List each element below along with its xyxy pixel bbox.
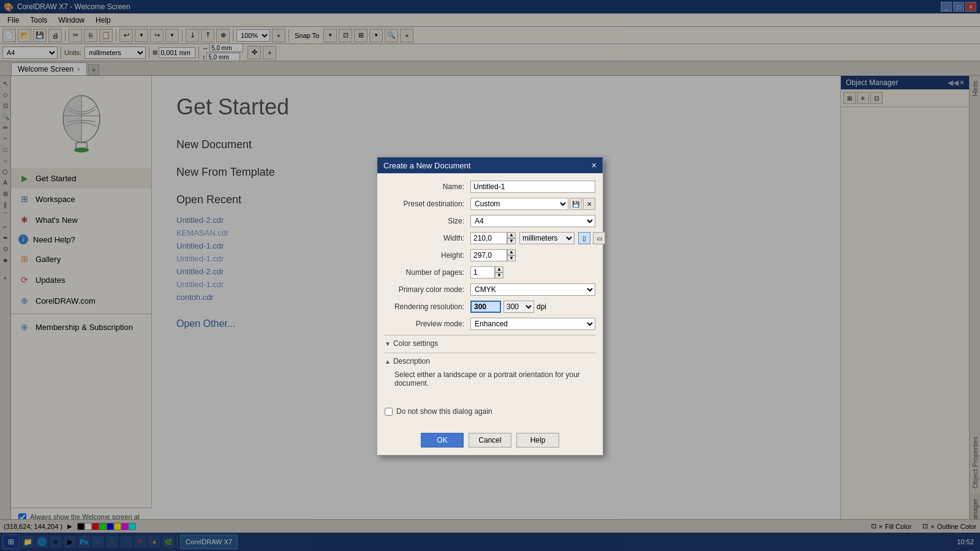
- preview-mode-select[interactable]: Enhanced Normal Draft Wireframe: [470, 318, 595, 330]
- dialog-body: Name: Untitled-1 Preset destination: Cus…: [377, 173, 603, 428]
- preset-save-btn[interactable]: 💾: [570, 198, 582, 210]
- dont-show-checkbox[interactable]: [385, 408, 393, 416]
- dont-show-label: Do not show this dialog again: [396, 407, 492, 416]
- units-select-dialog[interactable]: millimeters inches pixels: [519, 232, 575, 244]
- preset-delete-btn[interactable]: ✕: [583, 198, 595, 210]
- name-control: Untitled-1: [470, 181, 595, 193]
- height-up-btn[interactable]: ▲: [507, 249, 516, 255]
- render-res-label: Rendering resolution:: [385, 302, 470, 311]
- size-row: Size: A4 A3 Letter Custom: [385, 215, 595, 227]
- width-spinner: 210,0 ▲ ▼: [470, 232, 516, 244]
- color-mode-control: CMYK RGB Grayscale: [470, 283, 595, 296]
- color-mode-select[interactable]: CMYK RGB Grayscale: [470, 283, 595, 296]
- rendering-group: 300 300 72 96 150 600 dpi: [470, 301, 595, 313]
- width-spinners: ▲ ▼: [507, 232, 516, 244]
- size-control: A4 A3 Letter Custom: [470, 215, 595, 227]
- landscape-btn[interactable]: ▭: [593, 232, 605, 244]
- preset-control: Custom Web Default CMYK 💾 ✕: [470, 198, 595, 210]
- pages-control: 1 ▲ ▼: [470, 266, 595, 279]
- preview-mode-label: Preview mode:: [385, 320, 470, 328]
- height-spinners: ▲ ▼: [507, 249, 516, 261]
- preview-mode-row: Preview mode: Enhanced Normal Draft Wire…: [385, 318, 595, 330]
- render-res-control: 300 300 72 96 150 600 dpi: [470, 301, 595, 313]
- height-row: Height: 297,0 ▲ ▼: [385, 249, 595, 261]
- dont-show-row: Do not show this dialog again: [385, 402, 595, 421]
- height-down-btn[interactable]: ▼: [507, 255, 516, 261]
- color-settings-header[interactable]: ▼ Color settings: [385, 335, 595, 350]
- render-res-row: Rendering resolution: 300 300 72 96 150 …: [385, 301, 595, 313]
- pages-up-btn[interactable]: ▲: [495, 266, 503, 272]
- help-button[interactable]: Help: [516, 433, 559, 448]
- width-up-btn[interactable]: ▲: [507, 232, 516, 238]
- width-down-btn[interactable]: ▼: [507, 238, 516, 244]
- color-mode-label: Primary color mode:: [385, 285, 470, 294]
- dialog-title-text: Create a New Document: [383, 161, 470, 170]
- pages-spinner: 1 ▲ ▼: [470, 266, 595, 279]
- size-label: Size:: [385, 217, 470, 225]
- dialog-buttons: OK Cancel Help: [377, 428, 603, 455]
- preset-row: Preset destination: Custom Web Default C…: [385, 198, 595, 210]
- pages-down-btn[interactable]: ▼: [495, 272, 503, 279]
- width-input[interactable]: 210,0: [470, 232, 507, 244]
- description-arrow: ▲: [385, 358, 391, 365]
- height-spinner: 297,0 ▲ ▼: [470, 249, 595, 261]
- pages-input[interactable]: 1: [470, 266, 495, 279]
- color-settings-arrow: ▼: [385, 340, 391, 347]
- pages-row: Number of pages: 1 ▲ ▼: [385, 266, 595, 279]
- portrait-btn[interactable]: ▯: [578, 232, 590, 244]
- dialog-title-bar: Create a New Document ×: [377, 157, 603, 173]
- description-label: Description: [393, 357, 430, 365]
- dialog-spacer: [385, 390, 595, 402]
- pages-label: Number of pages:: [385, 268, 470, 277]
- render-res-input[interactable]: 300: [470, 301, 501, 313]
- dialog-close-btn[interactable]: ×: [592, 160, 597, 170]
- pages-spinners: ▲ ▼: [495, 266, 503, 279]
- width-control: 210,0 ▲ ▼ millimeters inches pixels: [470, 232, 605, 244]
- name-row: Name: Untitled-1: [385, 181, 595, 193]
- cancel-button[interactable]: Cancel: [469, 433, 511, 448]
- name-input[interactable]: Untitled-1: [470, 181, 595, 193]
- width-label: Width:: [385, 234, 470, 242]
- description-text: Select either a landscape or a portrait …: [385, 368, 595, 390]
- color-settings-label: Color settings: [393, 339, 438, 348]
- preset-label: Preset destination:: [385, 200, 470, 208]
- width-row: Width: 210,0 ▲ ▼ millimeters inches: [385, 232, 595, 244]
- ok-button[interactable]: OK: [421, 433, 464, 448]
- height-input[interactable]: 297,0: [470, 249, 507, 261]
- height-control: 297,0 ▲ ▼: [470, 249, 595, 261]
- name-label: Name:: [385, 182, 470, 191]
- color-mode-row: Primary color mode: CMYK RGB Grayscale: [385, 283, 595, 296]
- description-header[interactable]: ▲ Description: [385, 353, 595, 368]
- dpi-label: dpi: [537, 302, 546, 311]
- orientation-controls: ▯ ▭: [578, 232, 605, 244]
- preset-select[interactable]: Custom Web Default CMYK: [470, 198, 568, 210]
- size-select[interactable]: A4 A3 Letter Custom: [470, 215, 595, 227]
- dialog-overlay: Create a New Document × Name: Untitled-1…: [0, 0, 980, 551]
- create-document-dialog: Create a New Document × Name: Untitled-1…: [377, 157, 603, 455]
- height-label: Height:: [385, 251, 470, 260]
- preview-mode-control: Enhanced Normal Draft Wireframe: [470, 318, 595, 330]
- render-res-select[interactable]: 300 72 96 150 600: [503, 301, 534, 313]
